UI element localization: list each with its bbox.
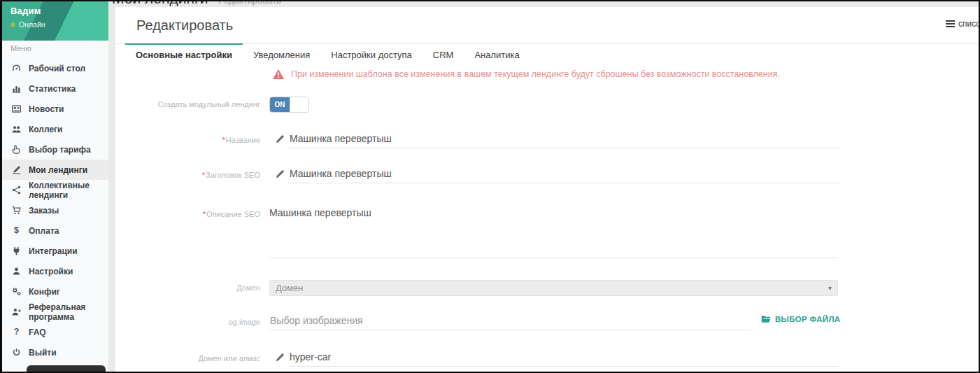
power-icon	[10, 347, 22, 358]
sidebar-item-user[interactable]: Настройки	[0, 261, 108, 281]
page-title: Редактировать	[136, 7, 233, 43]
colleagues-icon	[10, 124, 22, 134]
domain-label: Домен	[115, 280, 260, 296]
sidebar-item-label: Заказы	[29, 206, 59, 216]
sidebar-item-cart[interactable]: Заказы	[0, 200, 108, 220]
toggle-on-label: ON	[270, 97, 290, 112]
main-card: Редактировать список Основные настройкиУ…	[115, 7, 979, 372]
tab-crm[interactable]: CRM	[422, 43, 464, 66]
tab-label: Основные настройки	[136, 50, 232, 60]
user-name: Вадим	[10, 6, 45, 16]
sidebar-item-news[interactable]: Новости	[0, 99, 108, 119]
sidebar-item-label: Коллективные лендинги	[29, 181, 108, 200]
dashboard-icon	[10, 63, 22, 73]
seo-title-input[interactable]	[289, 168, 839, 183]
chevron-down-icon: ▾	[828, 284, 832, 292]
breadcrumb-title: Мои лендинги	[112, 0, 208, 6]
sidebar-item-colleagues[interactable]: Коллеги	[0, 119, 108, 139]
sidebar-item-label: Коллеги	[29, 125, 63, 134]
list-view-label: список	[958, 19, 980, 29]
tab-bar: Основные настройкиУведомленияНастройки д…	[115, 43, 979, 66]
sidebar-item-label: Статистика	[29, 84, 76, 94]
sidebar-item-label: Выйти	[29, 348, 57, 358]
sidebar-item-tariff[interactable]: Выбор тарифа	[0, 139, 108, 160]
online-dot-icon	[10, 22, 15, 27]
domain-alias-input[interactable]	[289, 351, 839, 367]
domain-alias-label: Домен или алиас	[115, 351, 260, 365]
choose-file-label: ВЫБОР ФАЙЛА	[775, 315, 840, 323]
domain-select[interactable]: Домен ▾	[269, 280, 838, 296]
warning-text: При изменении шаблона все изменения в ва…	[291, 69, 780, 79]
cogs-icon	[10, 286, 22, 297]
share-icon	[10, 185, 22, 195]
og-image-input[interactable]	[269, 315, 751, 330]
seo-description-textarea[interactable]: Машинка перевертыш	[269, 207, 838, 258]
sidebar-item-label: Оплата	[29, 226, 59, 236]
edit-pencil-icon	[275, 352, 285, 363]
news-icon	[10, 104, 22, 114]
sidebar-item-dashboard[interactable]: Рабочий стол	[0, 58, 108, 78]
sidebar-item-plug[interactable]: Интеграции	[0, 241, 108, 261]
sidebar: Вадим Онлайн Меню Рабочий стол Статистик…	[0, 0, 108, 373]
sidebar-item-label: Рабочий стол	[29, 64, 85, 73]
modular-landing-label: Создать модульный лендинг	[115, 97, 260, 113]
sidebar-item-label: Выбор тарифа	[29, 145, 91, 155]
bottom-toast	[27, 365, 106, 372]
landings-icon	[10, 164, 22, 175]
sidebar-item-label: Настройки	[29, 267, 73, 276]
sidebar-item-dollar[interactable]: $ Оплата	[0, 220, 108, 241]
user-status: Онлайн	[19, 20, 45, 29]
breadcrumb-sub: Редактировать	[218, 0, 281, 6]
tab-analytics[interactable]: Аналитика	[464, 43, 530, 66]
tab-access-settings[interactable]: Настройки доступа	[320, 43, 422, 66]
toggle-handle	[290, 97, 308, 112]
user-icon	[10, 266, 22, 276]
tab-label: CRM	[433, 50, 454, 60]
modular-landing-toggle[interactable]: ON	[269, 97, 309, 113]
sidebar-item-label: Мои лендинги	[29, 165, 87, 175]
choose-file-button[interactable]: ВЫБОР ФАЙЛА	[761, 315, 840, 323]
sidebar-item-question[interactable]: ? FAQ	[0, 322, 108, 342]
edit-pencil-icon	[275, 169, 285, 179]
sidebar-item-landings[interactable]: Мои лендинги	[0, 160, 108, 180]
sidebar-item-label: Реферальная программа	[29, 302, 108, 322]
dollar-icon: $	[10, 226, 22, 235]
folder-icon	[761, 315, 771, 323]
seo-title-label: Заголовок SEO	[115, 168, 260, 182]
tab-label: Аналитика	[474, 50, 519, 60]
sidebar-item-power[interactable]: Выйти	[0, 342, 108, 363]
sidebar-item-share[interactable]: Коллективные лендинги	[0, 180, 108, 200]
card-header: Редактировать список	[115, 7, 979, 44]
name-input[interactable]	[289, 133, 839, 148]
warning-banner: При изменении шаблона все изменения в ва…	[273, 69, 780, 79]
og-image-label: og:image	[115, 315, 260, 329]
sidebar-item-cogs[interactable]: Конфиг	[0, 281, 108, 302]
user-block[interactable]: Вадим Онлайн	[10, 6, 45, 29]
sidebar-item-label: FAQ	[29, 328, 46, 337]
warning-triangle-icon	[273, 69, 284, 79]
sidebar-menu: Рабочий стол Статистика Новости Коллеги …	[0, 58, 108, 363]
domain-select-value: Домен	[276, 283, 304, 293]
tab-main-settings[interactable]: Основные настройки	[125, 43, 243, 66]
stats-icon	[10, 83, 22, 94]
sidebar-header: Вадим Онлайн	[0, 0, 108, 41]
list-icon	[946, 20, 955, 28]
tab-notifications[interactable]: Уведомления	[243, 43, 320, 66]
sidebar-item-user-plus[interactable]: Реферальная программа	[0, 302, 108, 322]
sidebar-item-label: Новости	[29, 104, 64, 114]
plug-icon	[10, 246, 22, 256]
menu-section-label: Меню	[10, 44, 31, 52]
tab-label: Настройки доступа	[331, 50, 412, 60]
list-view-button[interactable]: список	[946, 19, 980, 29]
sidebar-item-stats[interactable]: Статистика	[0, 78, 108, 99]
name-label: Название	[115, 133, 260, 147]
question-icon: ?	[10, 328, 22, 337]
edit-pencil-icon	[275, 134, 285, 144]
sidebar-item-label: Интеграции	[29, 246, 78, 256]
tab-label: Уведомления	[253, 50, 310, 60]
user-plus-icon	[10, 307, 22, 317]
breadcrumb: Мои лендинги Редактировать	[112, 0, 281, 7]
seo-description-label: Описание SEO	[115, 210, 260, 218]
tariff-icon	[10, 144, 22, 155]
sidebar-item-label: Конфиг	[29, 287, 60, 297]
